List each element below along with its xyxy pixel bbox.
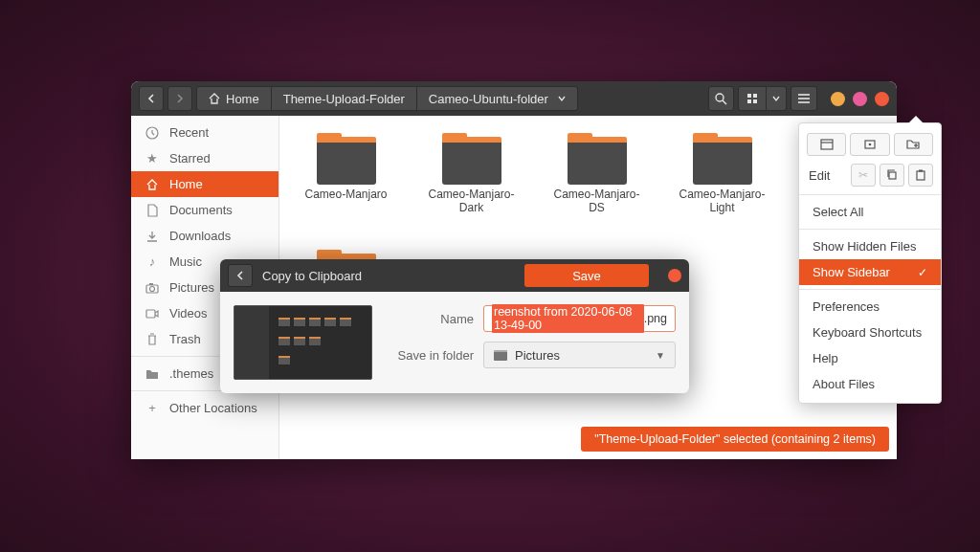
new-window-button[interactable]: [807, 133, 846, 156]
sidebar-label: Videos: [169, 306, 208, 320]
menu-select-all[interactable]: Select All: [799, 199, 941, 225]
edit-label: Edit: [807, 168, 847, 183]
dialog-titlebar: Copy to Clipboard Save: [220, 259, 689, 292]
menu-separator: [799, 229, 941, 230]
folder-icon: [145, 368, 160, 380]
sidebar-label: Documents: [169, 203, 233, 217]
view-dropdown-button[interactable]: [767, 86, 787, 111]
new-window-icon: [820, 139, 834, 150]
svg-point-0: [716, 94, 724, 101]
dialog-back-button[interactable]: [228, 264, 253, 287]
menu-show-hidden[interactable]: Show Hidden Files: [799, 233, 941, 259]
search-button[interactable]: [708, 86, 734, 111]
sidebar-item-home[interactable]: Home: [131, 171, 278, 197]
save-folder-dropdown[interactable]: Pictures ▼: [483, 342, 676, 368]
cut-button[interactable]: ✂: [851, 164, 876, 187]
sidebar-label: Recent: [169, 125, 209, 140]
menu-preferences[interactable]: Preferences: [799, 294, 941, 320]
chevron-down-icon: ▼: [656, 350, 665, 361]
menu-shortcuts[interactable]: Keyboard Shortcuts: [799, 320, 941, 345]
breadcrumb-1-label: Theme-Upload-Folder: [283, 92, 405, 106]
menu-separator: [799, 194, 941, 195]
home-icon: [209, 93, 220, 104]
star-icon: ★: [145, 151, 160, 166]
folder-icon: [568, 139, 627, 185]
folder-label: Cameo-Manjaro-Light: [677, 188, 768, 215]
maximize-button[interactable]: [853, 92, 867, 106]
sidebar-item-downloads[interactable]: Downloads: [131, 223, 278, 249]
chevron-down-icon: [558, 95, 566, 102]
new-tab-button[interactable]: [850, 133, 889, 156]
paste-icon: [916, 169, 925, 181]
chevron-down-icon: [772, 95, 780, 102]
folder-item[interactable]: Cameo-Manjaro-DS: [551, 133, 642, 215]
folder-icon: [317, 139, 376, 185]
chevron-left-icon: [146, 94, 156, 103]
sidebar-item-recent[interactable]: Recent: [131, 120, 278, 145]
search-icon: [715, 93, 727, 105]
filename-input[interactable]: reenshot from 2020-06-08 13-49-00.png: [483, 305, 676, 332]
breadcrumb-folder-1[interactable]: Theme-Upload-Folder: [272, 86, 417, 111]
sidebar-item-other-locations[interactable]: +Other Locations: [131, 395, 278, 421]
sidebar-item-starred[interactable]: ★Starred: [131, 145, 278, 171]
svg-rect-5: [753, 99, 757, 103]
copy-button[interactable]: [880, 164, 904, 187]
menu-about[interactable]: About Files: [799, 371, 941, 397]
chevron-left-icon: [235, 271, 245, 280]
save-screenshot-dialog: Copy to Clipboard Save Name reenshot fro…: [220, 259, 689, 393]
menu-show-sidebar[interactable]: Show Sidebar: [799, 259, 941, 285]
window-controls: [831, 92, 889, 106]
folder-item[interactable]: Cameo-Manjaro-Light: [677, 133, 768, 215]
breadcrumb-2-label: Cameo-Ubuntu-folder: [429, 92, 548, 106]
svg-rect-2: [747, 94, 751, 98]
svg-rect-21: [917, 171, 924, 180]
music-icon: ♪: [145, 254, 160, 269]
new-folder-icon: [906, 139, 920, 150]
sidebar-label: Home: [169, 177, 203, 191]
folder-item[interactable]: Cameo-Manjaro-Dark: [426, 133, 517, 215]
svg-line-1: [723, 100, 726, 104]
sidebar-label: Downloads: [169, 229, 231, 243]
folder-label: Cameo-Manjaro-Dark: [426, 188, 517, 215]
sidebar-label: Other Locations: [169, 401, 257, 415]
minimize-button[interactable]: [831, 92, 845, 106]
video-icon: [145, 308, 160, 320]
svg-point-11: [150, 286, 155, 291]
folder-icon: [693, 139, 752, 185]
close-button[interactable]: [875, 92, 889, 106]
sidebar-label: Pictures: [169, 280, 214, 295]
filename-selected-text: reenshot from 2020-06-08 13-49-00: [492, 304, 644, 333]
folder-label: Save in folder: [388, 348, 474, 363]
new-folder-button[interactable]: [894, 133, 933, 156]
svg-rect-4: [747, 99, 751, 103]
paste-button[interactable]: [908, 164, 933, 187]
svg-rect-12: [149, 283, 153, 285]
breadcrumb: Home Theme-Upload-Folder Cameo-Ubuntu-fo…: [196, 86, 578, 111]
svg-rect-14: [821, 140, 833, 149]
sidebar-label: Starred: [169, 151, 211, 166]
breadcrumb-folder-2[interactable]: Cameo-Ubuntu-folder: [417, 86, 578, 111]
copy-icon: [886, 169, 898, 181]
sidebar-item-documents[interactable]: Documents: [131, 197, 278, 223]
breadcrumb-home[interactable]: Home: [196, 86, 272, 111]
sidebar-label: .themes: [169, 366, 213, 381]
screenshot-thumbnail: [234, 305, 372, 380]
folder-label: Cameo-Manjaro-DS: [551, 188, 642, 215]
save-button[interactable]: Save: [524, 264, 649, 287]
grid-view-icon: [746, 93, 758, 104]
status-bar: "Theme-Upload-Folder" selected (containi…: [581, 427, 889, 452]
menu-help[interactable]: Help: [799, 345, 941, 371]
download-icon: [145, 230, 160, 243]
plus-icon: +: [145, 401, 160, 415]
view-mode-button[interactable]: [738, 86, 767, 111]
svg-rect-20: [889, 172, 896, 179]
back-button[interactable]: [139, 86, 164, 111]
folder-icon: [494, 350, 507, 361]
sidebar-label: Music: [169, 254, 202, 269]
trash-icon: [145, 333, 160, 346]
dialog-close-button[interactable]: [668, 269, 681, 282]
forward-button[interactable]: [167, 86, 192, 111]
name-label: Name: [388, 312, 474, 326]
hamburger-menu-button[interactable]: [791, 86, 817, 111]
folder-item[interactable]: Cameo-Manjaro: [301, 133, 391, 215]
